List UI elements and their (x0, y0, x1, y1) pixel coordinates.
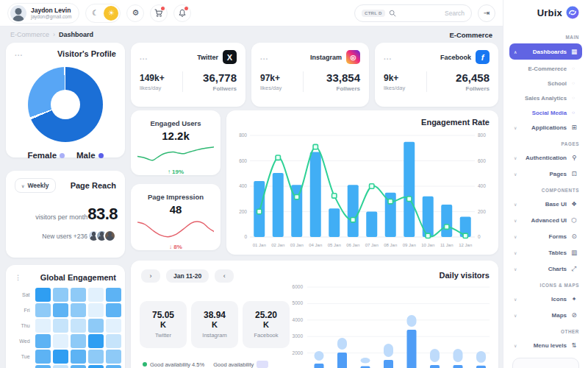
stat-unit: K (263, 320, 269, 329)
sidebar-item-menu-levels[interactable]: ∨Menu levels⇅ (509, 338, 582, 353)
breadcrumb-parent[interactable]: E-Commerce (10, 31, 49, 38)
likes-value: 149k+ (140, 73, 182, 83)
stat-unit: K (212, 320, 218, 329)
card-title: Page Reach (71, 181, 116, 190)
instagram-card: ... Instagram ◎ 97k+likes/day 33,854Foll… (251, 43, 369, 107)
sidebar-subitem-label: Sales Analytics (525, 95, 567, 102)
network-name: Facebook (440, 54, 471, 61)
stat-value: 75.05 (152, 311, 174, 320)
svg-text:600: 600 (478, 158, 486, 163)
settings-button[interactable]: ⚙ (126, 4, 144, 22)
sidebar-item-pages[interactable]: ∨Pages⊡ (509, 166, 582, 181)
user-email: jaydon@gmail.com (31, 14, 71, 20)
user-menu[interactable]: Jaydon Levin jaydon@gmail.com (7, 3, 79, 24)
page-impression-sparkline (137, 216, 214, 239)
sidebar-item-authentication[interactable]: ∨Authentication⚲ (509, 150, 582, 165)
svg-text:200: 200 (239, 209, 247, 214)
sidebar-subitem-label: School (548, 80, 567, 87)
chevron-icon: ∨ (514, 234, 520, 239)
heatmap-cell (88, 350, 104, 364)
card-menu-icon[interactable]: ... (15, 52, 23, 56)
heatmap-row-label: Tue (13, 354, 33, 359)
sidebar-subitem-label: E-Commerece (528, 66, 567, 72)
svg-text:03 Jan: 03 Jan (290, 243, 304, 247)
card-menu-icon[interactable]: ... (140, 55, 148, 60)
sidebar-item-charts[interactable]: ∨Charts⤢ (509, 261, 582, 276)
cart-button[interactable] (150, 4, 168, 22)
heatmap-row: Sat (13, 288, 121, 302)
sidebar-item-label: Icons (551, 296, 567, 302)
svg-text:400: 400 (478, 183, 486, 188)
metric-label: visitors per month (35, 213, 87, 221)
sidebar-collapse-button[interactable]: ⇥ (478, 4, 495, 22)
stat-label: Instagram (202, 332, 226, 339)
sidebar-item-label: Advanced UI (531, 217, 567, 224)
facebook-card: ... Facebook f 9k+likes/day 26,458Follwe… (375, 43, 498, 107)
heatmap-cell (53, 288, 68, 302)
twitter-card: ... Twitter X 149k+likes/day 36,778Follw… (131, 43, 245, 107)
date-pagination: › Jan 11-20 ‹ (141, 269, 234, 283)
daily-visitors-card: › Jan 11-20 ‹ Daily visitors 75.05KTwitt… (131, 261, 498, 368)
brand[interactable]: Urbix (503, 0, 588, 25)
card-menu-icon[interactable]: ... (384, 55, 392, 60)
sidebar-item-dashboards[interactable]: ∧Dashboards▦ (509, 43, 582, 60)
chevron-icon: ∨ (514, 313, 520, 318)
subitem-marker-icon: ◌ (570, 110, 576, 115)
sidebar-item-label: Menu levels (534, 342, 567, 349)
notifications-button[interactable] (173, 4, 191, 22)
svg-text:01 Jan: 01 Jan (253, 243, 266, 247)
sidebar-item-applications[interactable]: ∨Applications⊞ (509, 120, 582, 135)
heatmap-row: Wed (13, 334, 121, 348)
global-engagement-card: ⋮ Global Engagement SatFriThuWedTueMon (6, 265, 125, 368)
heatmap-row: Tue (13, 350, 121, 364)
dashboard-page: Jaydon Levin jaydon@gmail.com ☾ ☀ ⚙ CTRL… (0, 0, 588, 368)
engaged-users-value: 12.2k (131, 130, 220, 142)
sidebar-item-base-ui[interactable]: ∨Base UI❖ (509, 197, 582, 211)
chevron-icon: ∨ (514, 343, 520, 348)
light-mode-button[interactable]: ☀ (104, 6, 118, 21)
chevron-down-icon: ∨ (21, 183, 24, 188)
svg-text:04 Jan: 04 Jan (309, 243, 322, 247)
svg-text:06 Jan: 06 Jan (346, 243, 359, 247)
filter-label: Weekly (27, 182, 49, 189)
tables-icon: ▥ (570, 249, 578, 256)
sidebar-subitem-school[interactable]: School◌ (509, 76, 582, 91)
page-impression-card: Page Impression 48 ↓ 8% (131, 184, 220, 250)
sidebar: Urbix MAIN∧Dashboards▦E-Commerece◌School… (503, 0, 588, 368)
next-range-button[interactable]: › (141, 269, 160, 283)
sidebar-item-maps[interactable]: ∨Maps⊘ (509, 308, 582, 322)
sidebar-item-label: Forms (549, 233, 567, 240)
sidebar-item-icons[interactable]: ∨Icons✦ (509, 291, 582, 306)
weekly-filter-dropdown[interactable]: ∨ Weekly (15, 178, 56, 193)
network-name: Instagram (310, 54, 342, 61)
card-kebab-menu-icon[interactable]: ⋮ (15, 275, 21, 280)
svg-text:12 Jan: 12 Jan (459, 243, 472, 247)
heatmap-cell (71, 365, 86, 368)
search-icon (389, 10, 396, 17)
notifications-badge (184, 7, 188, 10)
breadcrumb-current: Dashboard (59, 31, 93, 38)
dark-mode-button[interactable]: ☾ (87, 6, 102, 21)
card-title: Engagement Rate (421, 118, 490, 127)
sidebar-item-forms[interactable]: ∨Forms⊙ (509, 229, 582, 244)
search-input[interactable]: CTRL D Search (354, 4, 472, 22)
sidebar-item-advanced-ui[interactable]: ∨Advanced UI⬡ (509, 213, 582, 227)
heatmap-row-label: Fri (13, 308, 33, 313)
card-title: Visitor's Profile (57, 49, 116, 58)
twitter-x-icon: X (223, 50, 237, 64)
maps-icon: ⊘ (570, 311, 578, 319)
card-menu-icon[interactable]: ... (260, 55, 268, 60)
prev-range-button[interactable]: ‹ (215, 269, 234, 283)
sidebar-subitem-sales-analytics[interactable]: Sales Analytics◌ (509, 91, 582, 105)
sidebar-item-tables[interactable]: ∨Tables▥ (509, 245, 582, 260)
sidebar-subitem-e-commerece[interactable]: E-Commerece◌ (509, 61, 582, 76)
daily-stat-tile-facebook: 25.20KFacebook (243, 301, 290, 348)
card-title: Engaged Users (131, 119, 220, 127)
sidebar-subitem-social-media[interactable]: Social Media◌ (509, 105, 582, 120)
heatmap-cell (88, 365, 104, 368)
stat-value: 25.20 (255, 311, 277, 320)
stat-value: 38.94 (204, 311, 226, 320)
legend-dot (143, 362, 147, 367)
sidebar-item-label: Tables (548, 250, 567, 256)
section-label: E-Commerce (449, 31, 492, 39)
